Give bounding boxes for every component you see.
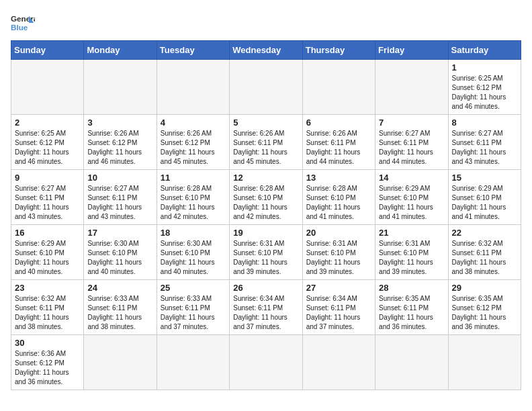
- day-cell: 28Sunrise: 6:35 AM Sunset: 6:11 PM Dayli…: [375, 280, 448, 335]
- week-row-6: 30Sunrise: 6:36 AM Sunset: 6:12 PM Dayli…: [11, 335, 521, 390]
- week-row-5: 23Sunrise: 6:32 AM Sunset: 6:11 PM Dayli…: [11, 280, 521, 335]
- day-cell: 3Sunrise: 6:26 AM Sunset: 6:12 PM Daylig…: [84, 115, 157, 170]
- day-info: Sunrise: 6:33 AM Sunset: 6:11 PM Dayligh…: [87, 294, 152, 332]
- weekday-header-tuesday: Tuesday: [157, 41, 229, 60]
- day-info: Sunrise: 6:34 AM Sunset: 6:11 PM Dayligh…: [306, 294, 371, 332]
- day-cell: 19Sunrise: 6:31 AM Sunset: 6:10 PM Dayli…: [230, 225, 302, 280]
- day-cell: 6Sunrise: 6:26 AM Sunset: 6:11 PM Daylig…: [302, 115, 375, 170]
- day-number: 29: [452, 283, 517, 293]
- day-info: Sunrise: 6:30 AM Sunset: 6:10 PM Dayligh…: [87, 239, 152, 277]
- day-cell: 12Sunrise: 6:28 AM Sunset: 6:10 PM Dayli…: [230, 170, 302, 225]
- day-number: 18: [161, 228, 226, 238]
- day-cell: 25Sunrise: 6:33 AM Sunset: 6:11 PM Dayli…: [157, 280, 229, 335]
- day-info: Sunrise: 6:28 AM Sunset: 6:10 PM Dayligh…: [306, 184, 371, 222]
- day-number: 20: [306, 228, 371, 238]
- day-number: 21: [379, 228, 444, 238]
- week-row-4: 16Sunrise: 6:29 AM Sunset: 6:10 PM Dayli…: [11, 225, 521, 280]
- day-number: 30: [15, 338, 80, 348]
- day-cell: 29Sunrise: 6:35 AM Sunset: 6:12 PM Dayli…: [448, 280, 521, 335]
- day-cell: [375, 60, 448, 115]
- generalblue-logo-icon: General Blue: [11, 11, 35, 35]
- day-number: 10: [87, 173, 152, 183]
- weekday-header-sunday: Sunday: [11, 41, 84, 60]
- day-number: 28: [379, 283, 444, 293]
- day-info: Sunrise: 6:29 AM Sunset: 6:10 PM Dayligh…: [379, 184, 444, 222]
- day-cell: [230, 335, 302, 390]
- day-cell: [84, 60, 157, 115]
- day-cell: [230, 60, 302, 115]
- day-number: 22: [452, 228, 517, 238]
- day-info: Sunrise: 6:32 AM Sunset: 6:11 PM Dayligh…: [452, 239, 517, 277]
- weekday-header-thursday: Thursday: [302, 41, 375, 60]
- day-number: 4: [161, 118, 226, 128]
- day-cell: [448, 335, 521, 390]
- day-cell: 4Sunrise: 6:26 AM Sunset: 6:12 PM Daylig…: [157, 115, 229, 170]
- day-number: 5: [233, 118, 298, 128]
- day-info: Sunrise: 6:26 AM Sunset: 6:11 PM Dayligh…: [306, 129, 371, 167]
- day-info: Sunrise: 6:26 AM Sunset: 6:12 PM Dayligh…: [87, 129, 152, 167]
- week-row-3: 9Sunrise: 6:27 AM Sunset: 6:11 PM Daylig…: [11, 170, 521, 225]
- day-number: 2: [15, 118, 80, 128]
- day-cell: 7Sunrise: 6:27 AM Sunset: 6:11 PM Daylig…: [375, 115, 448, 170]
- day-cell: 15Sunrise: 6:29 AM Sunset: 6:10 PM Dayli…: [448, 170, 521, 225]
- day-info: Sunrise: 6:31 AM Sunset: 6:10 PM Dayligh…: [233, 239, 298, 277]
- day-cell: [375, 335, 448, 390]
- day-number: 17: [87, 228, 152, 238]
- svg-text:Blue: Blue: [11, 23, 28, 32]
- day-info: Sunrise: 6:27 AM Sunset: 6:11 PM Dayligh…: [379, 129, 444, 167]
- week-row-2: 2Sunrise: 6:25 AM Sunset: 6:12 PM Daylig…: [11, 115, 521, 170]
- day-cell: [302, 335, 375, 390]
- day-number: 26: [233, 283, 298, 293]
- day-number: 9: [15, 173, 80, 183]
- day-info: Sunrise: 6:29 AM Sunset: 6:10 PM Dayligh…: [452, 184, 517, 222]
- day-number: 1: [452, 62, 517, 73]
- weekday-header-friday: Friday: [375, 41, 448, 60]
- day-info: Sunrise: 6:35 AM Sunset: 6:11 PM Dayligh…: [379, 294, 444, 332]
- day-number: 12: [233, 173, 298, 183]
- week-row-1: 1Sunrise: 6:25 AM Sunset: 6:12 PM Daylig…: [11, 60, 521, 115]
- day-info: Sunrise: 6:25 AM Sunset: 6:12 PM Dayligh…: [452, 74, 517, 111]
- day-cell: [157, 60, 229, 115]
- weekday-header-row: SundayMondayTuesdayWednesdayThursdayFrid…: [11, 41, 521, 60]
- day-number: 14: [379, 173, 444, 183]
- day-cell: 1Sunrise: 6:25 AM Sunset: 6:12 PM Daylig…: [448, 60, 521, 115]
- day-number: 15: [452, 173, 517, 183]
- day-number: 16: [15, 228, 80, 238]
- day-number: 6: [306, 118, 371, 128]
- weekday-header-wednesday: Wednesday: [230, 41, 302, 60]
- day-info: Sunrise: 6:31 AM Sunset: 6:10 PM Dayligh…: [379, 239, 444, 277]
- day-info: Sunrise: 6:26 AM Sunset: 6:12 PM Dayligh…: [161, 129, 226, 167]
- day-cell: [302, 60, 375, 115]
- day-cell: 21Sunrise: 6:31 AM Sunset: 6:10 PM Dayli…: [375, 225, 448, 280]
- day-number: 23: [15, 283, 80, 293]
- day-cell: 30Sunrise: 6:36 AM Sunset: 6:12 PM Dayli…: [11, 335, 84, 390]
- day-cell: [157, 335, 229, 390]
- day-number: 24: [87, 283, 152, 293]
- day-number: 13: [306, 173, 371, 183]
- day-cell: 22Sunrise: 6:32 AM Sunset: 6:11 PM Dayli…: [448, 225, 521, 280]
- day-number: 25: [161, 283, 226, 293]
- logo: General Blue: [11, 11, 35, 35]
- day-number: 27: [306, 283, 371, 293]
- weekday-header-monday: Monday: [84, 41, 157, 60]
- day-cell: 8Sunrise: 6:27 AM Sunset: 6:11 PM Daylig…: [448, 115, 521, 170]
- day-info: Sunrise: 6:31 AM Sunset: 6:10 PM Dayligh…: [306, 239, 371, 277]
- day-cell: 20Sunrise: 6:31 AM Sunset: 6:10 PM Dayli…: [302, 225, 375, 280]
- day-number: 3: [87, 118, 152, 128]
- day-cell: 26Sunrise: 6:34 AM Sunset: 6:11 PM Dayli…: [230, 280, 302, 335]
- calendar: SundayMondayTuesdayWednesdayThursdayFrid…: [11, 40, 521, 390]
- day-info: Sunrise: 6:33 AM Sunset: 6:11 PM Dayligh…: [161, 294, 226, 332]
- day-info: Sunrise: 6:35 AM Sunset: 6:12 PM Dayligh…: [452, 294, 517, 332]
- day-cell: 17Sunrise: 6:30 AM Sunset: 6:10 PM Dayli…: [84, 225, 157, 280]
- day-info: Sunrise: 6:29 AM Sunset: 6:10 PM Dayligh…: [15, 239, 80, 277]
- day-info: Sunrise: 6:27 AM Sunset: 6:11 PM Dayligh…: [87, 184, 152, 222]
- day-cell: 18Sunrise: 6:30 AM Sunset: 6:10 PM Dayli…: [157, 225, 229, 280]
- header: General Blue: [11, 11, 521, 35]
- day-info: Sunrise: 6:27 AM Sunset: 6:11 PM Dayligh…: [452, 129, 517, 167]
- day-cell: 10Sunrise: 6:27 AM Sunset: 6:11 PM Dayli…: [84, 170, 157, 225]
- day-cell: 5Sunrise: 6:26 AM Sunset: 6:11 PM Daylig…: [230, 115, 302, 170]
- day-info: Sunrise: 6:28 AM Sunset: 6:10 PM Dayligh…: [233, 184, 298, 222]
- day-info: Sunrise: 6:32 AM Sunset: 6:11 PM Dayligh…: [15, 294, 80, 332]
- day-cell: 14Sunrise: 6:29 AM Sunset: 6:10 PM Dayli…: [375, 170, 448, 225]
- day-cell: 2Sunrise: 6:25 AM Sunset: 6:12 PM Daylig…: [11, 115, 84, 170]
